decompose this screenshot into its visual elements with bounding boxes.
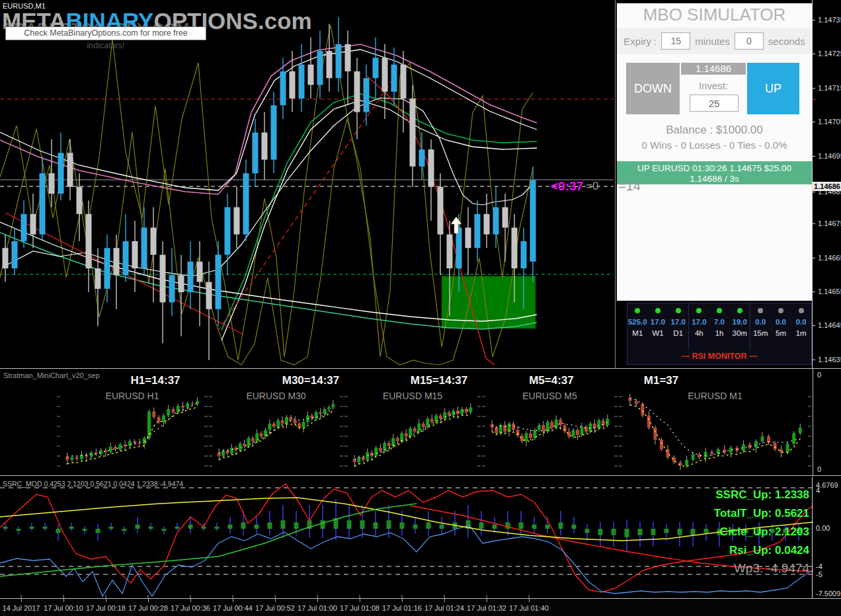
mini-candles-layer <box>353 403 473 467</box>
time-axis-tick <box>317 599 318 602</box>
mini-chart-eurusd-m15: EURUSD M15 <box>344 369 481 477</box>
mini-axis-zero-top: 0 <box>817 371 821 379</box>
time-axis-tick <box>148 599 149 602</box>
mt4-window: TRADERTOOLSFX.COM METABINARYOPTIONS.com … <box>0 0 841 616</box>
time-axis-tick <box>190 599 191 602</box>
simulator-title: MBO SIMULATOR <box>617 5 812 25</box>
win-loss-stats: 0 Wins - 0 Losses - 0 Ties - 0.0% <box>617 139 812 151</box>
time-axis-tick <box>529 599 530 602</box>
rsi-status-dot <box>676 308 681 313</box>
rsi-value: 525.0 <box>628 318 647 326</box>
upper-band-white <box>0 50 537 190</box>
invest-amount-input[interactable] <box>690 95 739 112</box>
ssrc-indicator-panel: SSRC_MOD 0.4253 2.1203 0.5621 0.0424 1.2… <box>0 477 841 598</box>
time-axis-label: 17 Jul 00:44 <box>213 604 253 612</box>
ssrc-axis-label: 0.00 <box>816 524 830 532</box>
price-axis-tick <box>813 360 815 360</box>
mini-candles-layer <box>491 414 610 446</box>
price-axis-tick <box>813 88 815 89</box>
current-price-label: 1.14686 <box>813 182 841 191</box>
mbo-simulator-panel: MBO SIMULATOR Expiry : minutes seconds D… <box>617 3 812 301</box>
rsi-monitor-panel: 525.0M117.0W117.0D117.04h7.01h19.030m0.0… <box>627 303 812 365</box>
time-axis-label: 17 Jul 01:08 <box>340 604 380 612</box>
rsi-column-1m: 0.01m <box>791 303 811 350</box>
ssrc-label-totalt_up: TotalT_Up: 0.5621 <box>714 507 809 520</box>
mini-chart-canvas <box>208 369 344 477</box>
rsi-status-dot <box>635 308 640 313</box>
price-axis-label: 1.14715 <box>818 84 841 92</box>
invest-column: 1.14686 Invest: <box>681 63 746 114</box>
expiry-countdown-label: <0:37 <box>551 179 583 194</box>
price-axis-tick <box>813 156 815 157</box>
mini-chart-canvas <box>56 369 208 477</box>
mini-chart-eurusd-m30: EURUSD M30 <box>208 369 344 477</box>
price-axis-tick <box>813 325 815 326</box>
chart-tag-14: =14 <box>618 178 641 194</box>
histogram-layer <box>3 499 801 553</box>
price-axis-label: 1.14675 <box>818 219 841 227</box>
rsi-column-30m: 19.030m <box>729 303 750 350</box>
ssrc-label-ssrc_up: SSRC_Up: 1.2338 <box>715 488 809 502</box>
mini-chart-eurusd-h1: EURUSD H1 <box>56 369 208 477</box>
rsi-column-w1: 17.0W1 <box>648 303 668 350</box>
trade-line-2: 1.14686 / 3s <box>617 174 812 184</box>
mini-chart-eurusd-m5: EURUSD M5 <box>481 369 618 477</box>
price-axis-label: 1.14655 <box>818 288 841 295</box>
price-axis-label: 1.14635 <box>818 356 841 364</box>
rsi-status-dot <box>778 308 783 313</box>
price-axis-label: 1.14665 <box>818 254 841 262</box>
seconds-label: seconds <box>768 36 805 47</box>
rsi-status-dot <box>737 308 742 313</box>
time-axis[interactable]: 14 Jul 201717 Jul 00:1017 Jul 00:1817 Ju… <box>0 598 841 616</box>
mini-axis-zero-bottom: 0 <box>817 465 821 473</box>
rsi-timeframe-label: 15m <box>753 329 768 337</box>
rsi-value: 17.0 <box>670 318 685 326</box>
down-button[interactable]: DOWN <box>626 63 680 114</box>
expiry-row: Expiry : minutes seconds <box>617 28 812 54</box>
rsi-status-dot <box>717 308 722 313</box>
rsi-column-15m: 0.015m <box>750 303 771 350</box>
ssrc-axis[interactable]: 4.676940.00-4-5-7.5009 <box>812 477 841 598</box>
invest-label: Invest: <box>681 80 746 91</box>
rsi-column-1h: 7.01h <box>709 303 730 350</box>
panel-separator <box>615 0 616 368</box>
rsi-timeframe-label: 4h <box>695 329 703 337</box>
expiry-label: Expiry : <box>623 36 657 47</box>
rsi-value: 0.0 <box>796 318 807 326</box>
mini-candles-layer <box>218 400 335 461</box>
mini-chart-canvas <box>618 369 812 477</box>
symbol-timeframe-label: EURUSD,M1 <box>3 2 46 10</box>
up-button[interactable]: UP <box>747 63 799 114</box>
chart-tag-zero: =0 <box>586 180 598 193</box>
time-axis-label: 17 Jul 01:40 <box>509 604 549 612</box>
price-axis-label: 1.14735 <box>818 16 841 24</box>
ssrc-indicator-title: SSRC_MOD 0.4253 2.1203 0.5621 0.0424 1.2… <box>3 480 183 488</box>
expiry-minutes-input[interactable] <box>661 32 690 50</box>
promo-banner: Check MetaBinaryOptions.com for more fre… <box>5 26 206 40</box>
main-price-chart[interactable]: TRADERTOOLSFX.COM METABINARYOPTIONS.com … <box>0 0 615 368</box>
current-price-readout: 1.14686 <box>681 63 746 75</box>
price-axis[interactable]: 1.147351.147251.147151.147051.146951.146… <box>812 0 841 368</box>
rsi-timeframe-label: 1h <box>715 329 724 337</box>
time-axis-tick <box>402 599 403 602</box>
price-axis-tick <box>813 122 815 122</box>
price-axis-label: 1.14645 <box>818 321 841 329</box>
mini-chart-canvas <box>481 369 618 477</box>
rsi-value: 0.0 <box>776 318 786 326</box>
time-axis-label: 17 Jul 01:24 <box>424 604 464 612</box>
rsi-status-dot <box>696 308 701 313</box>
balance-readout: Balance : $1000.00 <box>617 124 812 137</box>
rsi-column-5m: 0.05m <box>771 303 791 350</box>
time-axis-label: 17 Jul 00:36 <box>171 604 210 612</box>
price-axis-label: 1.14695 <box>818 152 841 160</box>
rsi-timeframe-label: 1m <box>796 329 807 337</box>
time-axis-label: 17 Jul 00:10 <box>44 604 83 612</box>
upper-band-pink <box>0 44 537 194</box>
rsi-value: 7.0 <box>714 318 725 326</box>
time-axis-tick <box>106 599 106 602</box>
rsi-status-dot <box>799 308 804 313</box>
mini-chart-canvas <box>344 369 481 477</box>
ssrc-label-wp3: Wp3: -4.9474 <box>734 561 809 576</box>
expiry-seconds-input[interactable] <box>735 32 764 50</box>
price-axis-tick <box>813 54 815 54</box>
